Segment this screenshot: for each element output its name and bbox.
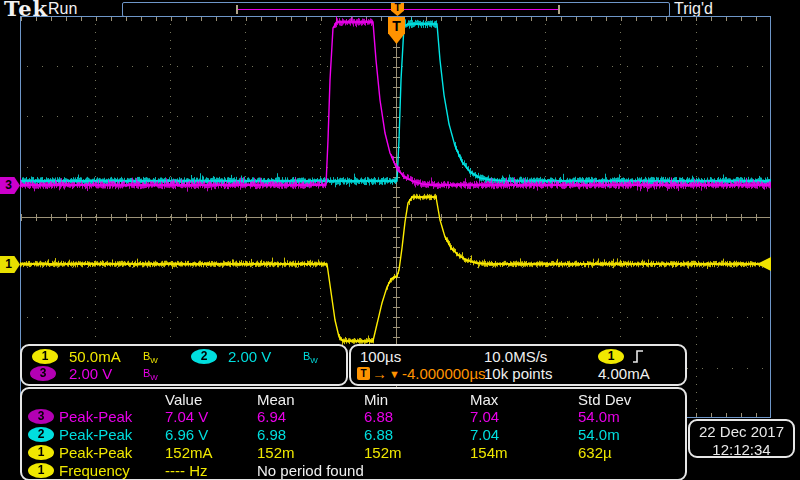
col-header-min: Min [364, 392, 388, 407]
date-label: 22 Dec 2017 [690, 423, 793, 441]
delay-arrow-icon: → [372, 366, 387, 381]
row1-max: 7.04 [470, 409, 499, 424]
row4-note: No period found [257, 463, 364, 478]
time-label: 12:12:34 [690, 441, 793, 459]
trigger-level-value[interactable]: 4.00mA [598, 366, 650, 381]
channel-readout-box: 1 50.0mA BW 2 2.00 V BW 3 2.00 V BW [20, 344, 348, 386]
time-scale[interactable]: 100µs [360, 349, 401, 364]
row2-stddev: 54.0m [578, 427, 620, 442]
row2-name: Peak-Peak [59, 427, 132, 442]
col-header-max: Max [470, 392, 498, 407]
row3-stddev: 632µ [578, 445, 612, 460]
channel3-scale[interactable]: 2.00 V [69, 366, 112, 381]
channel1-scale[interactable]: 50.0mA [69, 349, 121, 364]
row2-min: 6.88 [364, 427, 393, 442]
record-length: 10k points [484, 366, 552, 381]
channel2-badge[interactable]: 2 [191, 349, 217, 364]
row4-channel-badge: 1 [28, 463, 54, 478]
measurement-table: Value Mean Min Max Std Dev 3 Peak-Peak 7… [20, 387, 687, 480]
row2-mean: 6.98 [257, 427, 286, 442]
col-header-stddev: Std Dev [578, 392, 631, 407]
row1-value: 7.04 V [165, 409, 208, 424]
rising-edge-icon [631, 349, 645, 364]
sample-rate: 10.0MS/s [484, 349, 547, 364]
trigger-icon: T [357, 367, 370, 380]
trigger-delay-value: -4.000000µs [402, 366, 486, 381]
channel1-position-marker[interactable]: 1 [0, 256, 20, 273]
row2-value: 6.96 V [165, 427, 208, 442]
row1-channel-badge: 3 [28, 409, 54, 424]
row3-min: 152m [364, 445, 402, 460]
record-window-left-bracket [236, 5, 238, 14]
row1-min: 6.88 [364, 409, 393, 424]
trigger-source-badge[interactable]: 1 [598, 349, 624, 364]
channel3-position-marker[interactable]: 3 [0, 177, 20, 194]
row1-name: Peak-Peak [59, 409, 132, 424]
row4-name: Frequency [59, 463, 130, 478]
record-window-right-bracket [558, 5, 560, 14]
trigger-delay-readout[interactable]: T→▼-4.000000µs [357, 366, 486, 381]
col-header-value: Value [165, 392, 202, 407]
delay-marker-icon: ▼ [389, 368, 400, 380]
row2-channel-badge: 2 [28, 427, 54, 442]
row3-value: 152mA [165, 445, 213, 460]
row2-max: 7.04 [470, 427, 499, 442]
acquisition-record-bar: T [122, 2, 670, 17]
row3-max: 154m [470, 445, 508, 460]
channel1-badge[interactable]: 1 [32, 349, 58, 364]
channel3-badge[interactable]: 3 [30, 366, 56, 381]
col-header-mean: Mean [257, 392, 295, 407]
row4-value: ---- Hz [165, 463, 207, 478]
row3-name: Peak-Peak [59, 445, 132, 460]
row1-stddev: 54.0m [578, 409, 620, 424]
channel1-bandwidth-icon: BW [143, 351, 158, 366]
channel2-bandwidth-icon: BW [303, 351, 318, 366]
horizontal-trigger-box: 100µs 10.0MS/s 1 T→▼-4.000000µs 10k poin… [349, 344, 687, 386]
row3-channel-badge: 1 [28, 445, 54, 460]
row3-mean: 152m [257, 445, 295, 460]
row1-mean: 6.94 [257, 409, 286, 424]
oscilloscope-screen: Tek Run T Trig'd T 3 1 1 50.0mA BW 2 2.0… [0, 0, 800, 480]
datetime-box: 22 Dec 2017 12:12:34 [688, 419, 795, 458]
channel2-scale[interactable]: 2.00 V [228, 349, 271, 364]
trigger-position-icon: T [391, 3, 404, 16]
channel3-bandwidth-icon: BW [143, 368, 158, 383]
